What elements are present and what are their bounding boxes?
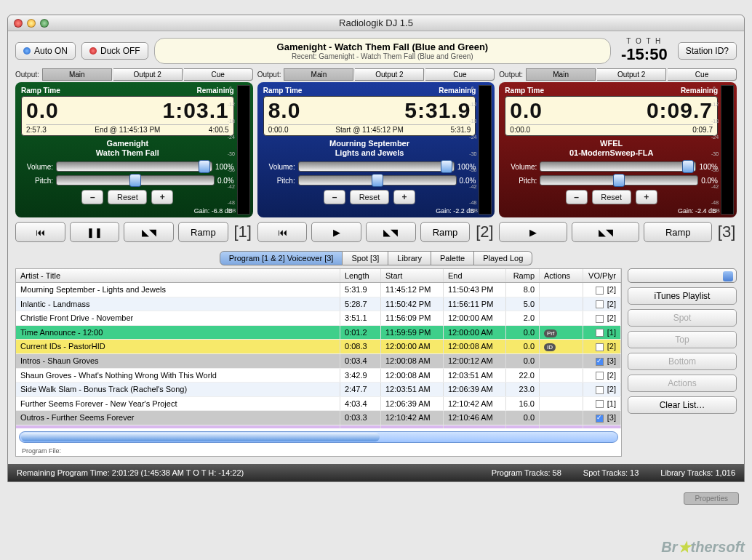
ramp-button[interactable]: Ramp (178, 222, 228, 242)
tab-played-log[interactable]: Played Log (474, 251, 532, 265)
col-start[interactable]: Start (381, 269, 444, 282)
crossfade-button[interactable]: ◣◥ (124, 222, 174, 242)
slider-thumb[interactable] (441, 160, 452, 173)
col-end[interactable]: End (444, 269, 506, 282)
output-cue-tab[interactable]: Cue (668, 68, 737, 81)
volume-slider[interactable] (540, 161, 696, 172)
level-meter: -6-12-18-24-30-36-42-48 dB (721, 85, 734, 215)
station-id-button[interactable]: Station ID? (678, 42, 737, 60)
plus-button[interactable]: + (151, 190, 173, 204)
tab-palette[interactable]: Palette (431, 251, 474, 265)
table-row[interactable]: Time Announce - 12:00 0:01.2 11:59:59 PM… (16, 326, 621, 340)
clear-list-button[interactable]: Clear List… (628, 396, 737, 414)
output-2-tab[interactable]: Output 2 (597, 68, 666, 81)
minus-button[interactable]: – (81, 190, 103, 204)
cell-start: 12:06:39 AM (381, 397, 444, 411)
bottom-button[interactable]: Bottom (628, 353, 737, 370)
cell-ramp: 0.0 (506, 340, 540, 353)
table-row[interactable]: Further Seems Forever - New Year's Proje… (16, 397, 621, 412)
slider-thumb[interactable] (682, 160, 694, 173)
tab-program-1-2-voiceover-3-[interactable]: Program [1 & 2] Voiceover [3] (220, 251, 343, 265)
reset-button[interactable]: Reset (350, 190, 389, 204)
table-row[interactable]: WFEL - 02-ModernSweep-Dry 0:04.6 12:10:4… (16, 425, 621, 428)
table-row[interactable]: Current IDs - PastorHID 0:08.3 12:00:00 … (16, 340, 621, 354)
vo-checkbox[interactable] (596, 386, 604, 394)
vo-checkbox[interactable] (596, 300, 604, 308)
pitch-slider[interactable] (298, 175, 457, 185)
plus-button[interactable]: + (393, 190, 415, 204)
vo-checkbox[interactable] (596, 400, 604, 408)
plus-button[interactable]: + (636, 190, 657, 204)
horizontal-scrollbar[interactable] (19, 431, 618, 443)
tab-spot-3-[interactable]: Spot [3] (343, 251, 388, 265)
cell-ramp: 0.0 (506, 411, 540, 425)
playlist-dropdown[interactable] (628, 268, 737, 283)
vo-checkbox[interactable] (596, 329, 604, 337)
prev-button[interactable]: ⏮ (15, 222, 65, 242)
table-row[interactable]: Shaun Groves - What's Nothing Wrong With… (16, 369, 621, 383)
status-remaining: Remaining Program Time: 2:01:29 (1:45:38… (17, 468, 470, 477)
play-pause-button[interactable]: ▶ (499, 222, 567, 242)
output-2-tab[interactable]: Output 2 (355, 68, 424, 81)
tab-library[interactable]: Library (388, 251, 431, 265)
ramp-button[interactable]: Ramp (644, 222, 712, 242)
pitch-slider[interactable] (540, 175, 698, 185)
table-row[interactable]: Christie Front Drive - November 3:51.1 1… (16, 311, 621, 326)
minus-button[interactable]: – (566, 190, 588, 204)
slider-thumb[interactable] (199, 160, 210, 173)
table-row[interactable]: Side Walk Slam - Bonus Track (Rachel's S… (16, 383, 621, 397)
cell-ramp: 2.0 (506, 311, 540, 325)
volume-slider[interactable] (56, 161, 212, 172)
play-pause-button[interactable]: ▶ (311, 222, 361, 242)
table-row[interactable]: Intros - Shaun Groves 0:03.4 12:00:08 AM… (16, 354, 621, 369)
prev-button[interactable]: ⏮ (257, 222, 308, 242)
col-actions[interactable]: Actions (540, 269, 583, 282)
scrollbar-thumb[interactable] (21, 433, 380, 441)
minus-button[interactable]: – (324, 190, 345, 204)
ramp-time-label: Ramp Time (505, 87, 544, 95)
output-main-tab[interactable]: Main (284, 68, 353, 81)
output-cue-tab[interactable]: Cue (184, 68, 253, 81)
ramp-button[interactable]: Ramp (420, 222, 471, 242)
play-pause-button[interactable]: ❚❚ (70, 222, 120, 242)
window-title: Radiologik DJ 1.5 (8, 17, 744, 28)
deck-3: Ramp TimeRemaining 0.00:09.7 0:00.00:09.… (499, 82, 737, 217)
table-row[interactable]: Outros - Further Seems Forever 0:03.3 12… (16, 411, 621, 425)
zoom-icon[interactable] (40, 19, 49, 28)
table-row[interactable]: Inlantic - Landmass 5:28.7 11:50:42 PM 1… (16, 297, 621, 312)
slider-thumb[interactable] (129, 174, 141, 187)
crossfade-button[interactable]: ◣◥ (366, 222, 416, 242)
reset-button[interactable]: Reset (592, 190, 631, 204)
properties-button[interactable]: Properties (684, 492, 739, 505)
vo-checkbox[interactable] (596, 315, 604, 323)
spot-button[interactable]: Spot (628, 309, 737, 327)
actions-button[interactable]: Actions (628, 375, 737, 392)
col-ramp[interactable]: Ramp (506, 269, 540, 282)
duck-off-button[interactable]: Duck OFF (81, 42, 148, 60)
vo-checkbox[interactable] (596, 372, 604, 380)
vo-checkbox[interactable] (596, 343, 604, 351)
auto-on-button[interactable]: Auto ON (15, 42, 76, 60)
crossfade-button[interactable]: ◣◥ (572, 222, 640, 242)
col-artist[interactable]: Artist - Title (16, 269, 340, 282)
vo-checkbox[interactable] (596, 287, 604, 295)
output-main-tab[interactable]: Main (42, 68, 112, 81)
minimize-icon[interactable] (27, 19, 36, 28)
reset-button[interactable]: Reset (108, 190, 147, 204)
close-icon[interactable] (14, 19, 23, 28)
pitch-slider[interactable] (56, 175, 215, 185)
vo-checkbox[interactable] (596, 415, 604, 423)
deck-number: [3] (716, 223, 737, 241)
slider-thumb[interactable] (372, 174, 383, 187)
volume-slider[interactable] (298, 161, 455, 172)
table-row[interactable]: Mourning September - Lights and Jewels 5… (16, 283, 621, 297)
col-vo[interactable]: VO/Plyr (583, 269, 621, 282)
itunes-playlist-button[interactable]: iTunes Playlist (628, 287, 737, 305)
output-main-tab[interactable]: Main (526, 68, 596, 81)
vo-checkbox[interactable] (596, 358, 604, 366)
top-button[interactable]: Top (628, 331, 737, 348)
slider-thumb[interactable] (613, 174, 625, 187)
output-2-tab[interactable]: Output 2 (113, 68, 183, 81)
col-length[interactable]: Length (340, 269, 381, 282)
output-cue-tab[interactable]: Cue (425, 68, 495, 81)
